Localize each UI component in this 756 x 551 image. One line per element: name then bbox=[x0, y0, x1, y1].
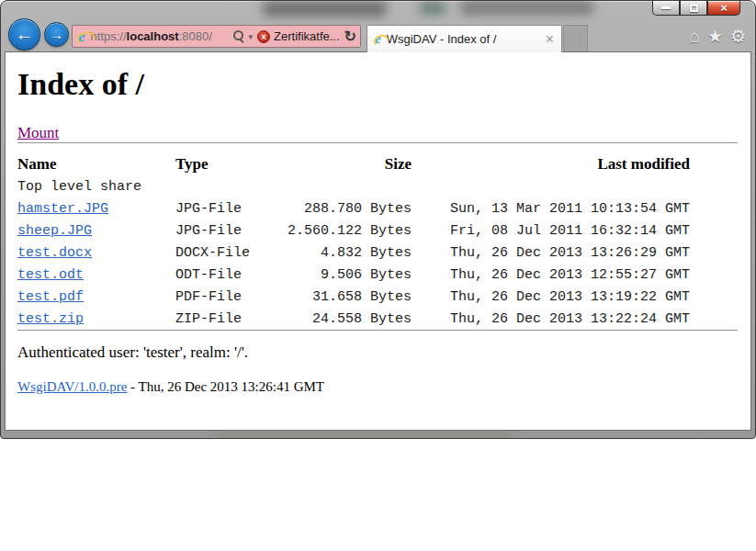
close-button[interactable]: × bbox=[707, 1, 740, 16]
file-type: PDF-File bbox=[175, 286, 278, 308]
file-modified: Thu, 26 Dec 2013 13:19:22 GMT bbox=[412, 286, 690, 308]
browser-window: × ← → e https://localhost:8080/ ▾ × Zert… bbox=[0, 0, 756, 439]
file-link[interactable]: test.zip bbox=[17, 311, 84, 327]
file-link[interactable]: test.pdf bbox=[17, 289, 84, 305]
column-header-name: Name bbox=[17, 153, 175, 175]
auth-status-text: Authenticated user: 'tester', realm: '/'… bbox=[17, 343, 738, 362]
star-icon[interactable]: ★ bbox=[707, 28, 723, 46]
file-size: 4.832 Bytes bbox=[278, 242, 412, 264]
table-row: test.docx DOCX-File 4.832 Bytes Thu, 26 … bbox=[17, 242, 690, 264]
restore-icon bbox=[690, 5, 698, 12]
table-row: sheep.JPG JPG-File 2.560.122 Bytes Fri, … bbox=[17, 219, 690, 242]
maximize-button[interactable] bbox=[680, 1, 707, 16]
window-controls: × bbox=[652, 1, 740, 16]
address-bar-controls: ▾ × Zertifikatfe... ↻ bbox=[232, 29, 356, 44]
file-type: DOCX-File bbox=[175, 242, 278, 264]
chrome-toolbar-icons: ⌂ ★ ⚙ bbox=[689, 28, 746, 46]
titlebar-glass-artifact bbox=[460, 1, 593, 15]
gear-icon[interactable]: ⚙ bbox=[730, 28, 746, 46]
back-icon: ← bbox=[16, 24, 34, 45]
home-icon[interactable]: ⌂ bbox=[689, 28, 699, 46]
file-link[interactable]: test.odt bbox=[17, 267, 84, 283]
file-size: 288.780 Bytes bbox=[278, 197, 412, 219]
directory-table: Name Type Size Last modified Top level s… bbox=[17, 153, 690, 330]
file-type: ZIP-File bbox=[175, 308, 278, 330]
file-link[interactable]: hamster.JPG bbox=[17, 201, 108, 217]
file-type: JPG-File bbox=[175, 197, 278, 219]
file-size: 31.658 Bytes bbox=[278, 286, 412, 308]
bottombar-glass-artifact bbox=[212, 431, 515, 439]
table-row: test.zip ZIP-File 24.558 Bytes Thu, 26 D… bbox=[17, 308, 690, 330]
url-text: https://localhost:8080/ bbox=[91, 29, 212, 43]
column-header-modified: Last modified bbox=[412, 153, 690, 175]
column-header-type: Type bbox=[175, 153, 278, 175]
table-row-share: Top level share bbox=[17, 175, 690, 197]
server-signature: WsgiDAV/1.0.0.pre - Thu, 26 Dec 2013 13:… bbox=[17, 379, 738, 395]
certificate-error-label: Zertifikatfe... bbox=[274, 29, 340, 43]
divider bbox=[17, 142, 738, 143]
url-scheme: https:// bbox=[91, 29, 127, 43]
column-header-size: Size bbox=[278, 153, 412, 175]
file-modified: Thu, 26 Dec 2013 13:26:29 GMT bbox=[412, 242, 690, 264]
certificate-error-button[interactable]: × Zertifikatfe... bbox=[257, 29, 340, 43]
table-row: test.pdf PDF-File 31.658 Bytes Thu, 26 D… bbox=[17, 286, 690, 308]
tab-close-icon[interactable]: × bbox=[544, 32, 556, 47]
ie-favicon: e bbox=[78, 28, 85, 44]
chevron-down-icon[interactable]: ▾ bbox=[247, 32, 255, 41]
share-label: Top level share bbox=[17, 175, 690, 197]
file-modified: Sun, 13 Mar 2011 10:13:54 GMT bbox=[412, 197, 690, 219]
certificate-error-icon: × bbox=[257, 30, 270, 43]
file-modified: Thu, 26 Dec 2013 13:22:24 GMT bbox=[412, 308, 690, 330]
file-modified: Thu, 26 Dec 2013 12:55:27 GMT bbox=[412, 264, 690, 286]
page-content: Index of / Mount Name Type Size Last mod… bbox=[5, 51, 751, 431]
file-type: JPG-File bbox=[175, 219, 278, 242]
file-size: 2.560.122 Bytes bbox=[278, 219, 412, 242]
file-size: 9.506 Bytes bbox=[278, 264, 412, 286]
back-button[interactable]: ← bbox=[8, 18, 40, 51]
titlebar-glass-artifact bbox=[263, 1, 387, 17]
minimize-button[interactable] bbox=[652, 1, 680, 16]
file-link[interactable]: test.docx bbox=[17, 245, 92, 261]
page-title: Index of / bbox=[17, 67, 738, 102]
tab-wsgidav[interactable]: e WsgiDAV - Index of / × bbox=[367, 25, 562, 52]
minimize-icon bbox=[661, 6, 671, 9]
close-icon: × bbox=[720, 2, 728, 14]
divider bbox=[17, 330, 738, 331]
refresh-icon[interactable]: ↻ bbox=[343, 29, 356, 44]
search-icon[interactable] bbox=[232, 30, 244, 42]
forward-icon: → bbox=[50, 27, 63, 42]
wsgidav-version-link[interactable]: WsgiDAV/1.0.0.pre bbox=[17, 379, 127, 394]
table-header-row: Name Type Size Last modified bbox=[17, 153, 690, 175]
tab-title: WsgiDAV - Index of / bbox=[387, 32, 544, 46]
screenshot-canvas: × ← → e https://localhost:8080/ ▾ × Zert… bbox=[0, 0, 756, 551]
file-modified: Fri, 08 Jul 2011 16:32:14 GMT bbox=[412, 219, 690, 242]
url-host: localhost bbox=[127, 29, 179, 43]
table-row: test.odt ODT-File 9.506 Bytes Thu, 26 De… bbox=[17, 264, 690, 286]
mount-link[interactable]: Mount bbox=[17, 124, 59, 141]
file-size: 24.558 Bytes bbox=[278, 308, 412, 330]
table-row: hamster.JPG JPG-File 288.780 Bytes Sun, … bbox=[17, 197, 690, 219]
url-port-path: :8080/ bbox=[179, 29, 212, 43]
file-type: ODT-File bbox=[175, 264, 278, 286]
tab-favicon: e bbox=[375, 32, 381, 46]
address-bar[interactable]: e https://localhost:8080/ ▾ × Zertifikat… bbox=[72, 25, 361, 48]
file-link[interactable]: sheep.JPG bbox=[17, 223, 92, 239]
forward-button[interactable]: → bbox=[44, 22, 69, 47]
titlebar-glass-artifact bbox=[419, 3, 446, 14]
server-timestamp: - Thu, 26 Dec 2013 13:26:41 GMT bbox=[127, 379, 324, 394]
tab-band-stub bbox=[563, 25, 588, 51]
